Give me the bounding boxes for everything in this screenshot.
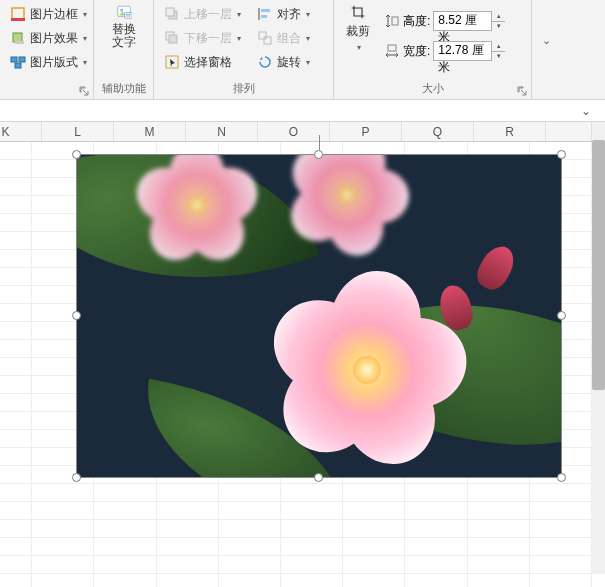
chevron-down-icon: ⌄ <box>542 34 551 47</box>
ribbon: 图片边框▾ 图片效果▾ 图片版式▾ 替换 文字 辅助功能 <box>0 0 605 100</box>
width-spinner[interactable]: ▲▼ <box>491 41 505 61</box>
resize-handle[interactable] <box>72 150 81 159</box>
height-input[interactable]: 8.52 厘米 ▲▼ <box>433 11 505 31</box>
resize-handle[interactable] <box>314 150 323 159</box>
svg-rect-18 <box>264 37 271 44</box>
rotate-label: 旋转 <box>277 54 301 71</box>
send-backward-label: 下移一层 <box>184 30 232 47</box>
column-header[interactable]: P <box>330 122 402 141</box>
group-size: 裁剪 ▾ 高度: 8.52 厘米 ▲▼ 宽度: 1 <box>334 0 532 99</box>
column-headers: KLMNOPQR <box>0 122 592 142</box>
chevron-down-icon: ▾ <box>357 43 361 52</box>
group-arrange: 上移一层▾ 下移一层▾ 选择窗格 对齐▾ 组合▾ <box>154 0 334 99</box>
svg-rect-19 <box>392 17 398 25</box>
column-header[interactable]: M <box>114 122 186 141</box>
width-label: 宽度: <box>403 43 430 60</box>
resize-handle[interactable] <box>72 473 81 482</box>
alt-text-button[interactable]: 替换 文字 <box>100 2 147 51</box>
picture-effects-icon <box>10 30 26 46</box>
height-label: 高度: <box>403 13 430 30</box>
bring-forward-label: 上移一层 <box>184 6 232 23</box>
width-control: 宽度: 12.78 厘米 ▲▼ <box>382 38 507 64</box>
column-header[interactable]: R <box>474 122 546 141</box>
chevron-down-icon: ▾ <box>306 58 310 67</box>
resize-handle[interactable] <box>314 473 323 482</box>
rotate-button[interactable]: 旋转▾ <box>253 50 314 74</box>
worksheet[interactable]: KLMNOPQR <box>0 122 592 587</box>
picture-border-label: 图片边框 <box>30 6 78 23</box>
ribbon-overflow[interactable]: ⌄ <box>532 0 560 99</box>
chevron-down-icon: ▾ <box>306 10 310 19</box>
picture-layout-button[interactable]: 图片版式▾ <box>6 50 91 74</box>
crop-icon <box>350 4 366 20</box>
picture-border-button[interactable]: 图片边框▾ <box>6 2 91 26</box>
svg-rect-4 <box>11 57 17 62</box>
selected-image[interactable] <box>77 155 561 477</box>
column-header[interactable]: K <box>0 122 42 141</box>
picture-layout-icon <box>10 54 26 70</box>
svg-rect-5 <box>19 57 25 62</box>
column-header[interactable]: N <box>186 122 258 141</box>
svg-rect-17 <box>259 32 266 39</box>
selection-pane-button[interactable]: 选择窗格 <box>160 50 245 74</box>
height-spinner[interactable]: ▲▼ <box>491 11 505 31</box>
selection-pane-label: 选择窗格 <box>184 54 232 71</box>
align-label: 对齐 <box>277 6 301 23</box>
height-icon <box>384 13 400 29</box>
svg-rect-2 <box>13 33 22 42</box>
svg-rect-3 <box>15 41 24 44</box>
svg-rect-20 <box>388 45 396 51</box>
group-accessibility: 替换 文字 辅助功能 <box>94 0 154 99</box>
picture-border-icon <box>10 6 26 22</box>
group-picture-styles: 图片边框▾ 图片效果▾ 图片版式▾ <box>0 0 94 99</box>
group-size-label: 大小 <box>334 81 531 99</box>
collapse-ribbon-bar[interactable]: ⌄ <box>0 100 605 122</box>
height-control: 高度: 8.52 厘米 ▲▼ <box>382 8 507 34</box>
dialog-launcher-icon[interactable] <box>78 85 90 97</box>
alt-text-label: 替换 文字 <box>106 23 141 49</box>
rotate-icon <box>257 54 273 70</box>
vertical-scrollbar[interactable] <box>592 122 605 574</box>
chevron-down-icon: ▾ <box>83 58 87 67</box>
crop-button[interactable]: 裁剪 ▾ <box>340 2 376 54</box>
svg-rect-11 <box>166 8 174 16</box>
chevron-down-icon: ⌄ <box>581 104 591 118</box>
group-icon <box>257 30 273 46</box>
chevron-down-icon: ▾ <box>237 10 241 19</box>
svg-point-8 <box>120 9 123 12</box>
group-accessibility-label: 辅助功能 <box>94 81 153 99</box>
resize-handle[interactable] <box>557 150 566 159</box>
send-backward-icon <box>164 30 180 46</box>
align-button[interactable]: 对齐▾ <box>253 2 314 26</box>
svg-rect-9 <box>124 13 131 19</box>
chevron-down-icon: ▾ <box>237 34 241 43</box>
dialog-launcher-icon[interactable] <box>516 85 528 97</box>
bring-forward-icon <box>164 6 180 22</box>
alt-text-icon <box>116 4 132 20</box>
picture-layout-label: 图片版式 <box>30 54 78 71</box>
resize-handle[interactable] <box>557 311 566 320</box>
svg-rect-6 <box>15 63 21 68</box>
send-backward-button: 下移一层▾ <box>160 26 245 50</box>
width-input[interactable]: 12.78 厘米 ▲▼ <box>433 41 505 61</box>
column-header[interactable]: Q <box>402 122 474 141</box>
image-content <box>77 155 561 477</box>
align-icon <box>257 6 273 22</box>
picture-effects-label: 图片效果 <box>30 30 78 47</box>
resize-handle[interactable] <box>72 311 81 320</box>
chevron-down-icon: ▾ <box>306 34 310 43</box>
crop-label: 裁剪 <box>346 23 370 40</box>
group-objects-label: 组合 <box>277 30 301 47</box>
group-arrange-label: 排列 <box>154 81 333 99</box>
scrollbar-thumb[interactable] <box>592 140 605 390</box>
resize-handle[interactable] <box>557 473 566 482</box>
svg-rect-13 <box>169 35 177 43</box>
svg-rect-15 <box>261 9 270 12</box>
svg-rect-1 <box>11 18 25 21</box>
selection-pane-icon <box>164 54 180 70</box>
chevron-down-icon: ▾ <box>83 10 87 19</box>
picture-effects-button[interactable]: 图片效果▾ <box>6 26 91 50</box>
width-icon <box>384 43 400 59</box>
column-header[interactable]: L <box>42 122 114 141</box>
rotation-handle-line <box>319 135 320 150</box>
